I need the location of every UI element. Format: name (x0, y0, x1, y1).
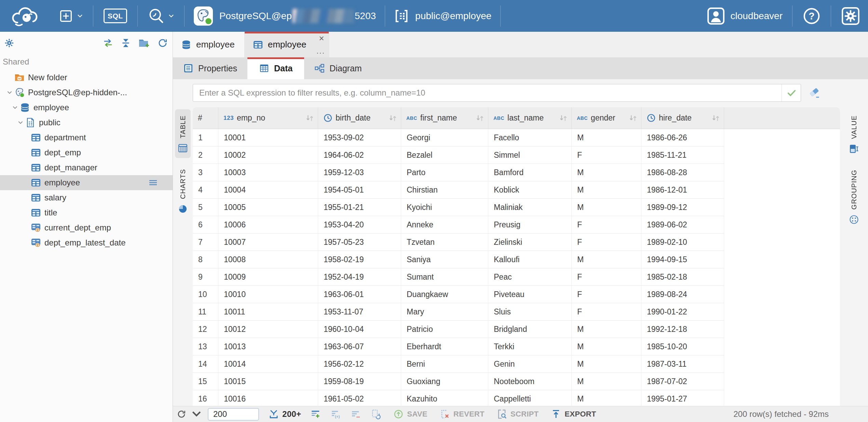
table-cell[interactable]: 1986-08-28 (641, 164, 724, 181)
table-cell[interactable]: Kalloufi (488, 251, 572, 268)
hamburger-icon[interactable] (148, 178, 158, 188)
table-cell[interactable]: 1985-02-18 (641, 268, 724, 286)
table-cell[interactable]: 1995-01-27 (641, 390, 724, 406)
table-cell[interactable]: 10009 (218, 268, 318, 286)
tree-item-current-dept-emp[interactable]: current_dept_emp (0, 220, 173, 235)
apply-changes-icon[interactable] (371, 409, 381, 419)
table-cell[interactable]: M (572, 390, 641, 406)
table-cell[interactable]: M (572, 321, 641, 338)
search-tools-button[interactable] (145, 6, 177, 26)
tree-expander-icon[interactable] (16, 119, 25, 126)
table-cell[interactable]: 1952-04-19 (318, 268, 401, 286)
tab-charts-presentation[interactable]: CHARTS (175, 163, 191, 219)
table-cell[interactable]: Anneke (401, 216, 488, 234)
table-cell[interactable]: 1956-02-12 (318, 355, 401, 373)
apply-filter-button[interactable] (782, 84, 801, 101)
close-tab-icon[interactable]: × (319, 34, 324, 43)
table-cell[interactable]: Eberhardt (401, 338, 488, 355)
tree-item-dept-emp[interactable]: dept_emp (0, 145, 173, 160)
duplicate-row-icon[interactable]: (+) (330, 409, 341, 419)
table-cell[interactable]: Patricio (401, 321, 488, 338)
table-cell[interactable]: 1963-06-07 (318, 338, 401, 355)
table-cell[interactable]: 10004 (218, 181, 318, 199)
tree-item-dept-manager[interactable]: dept_manager (0, 160, 173, 175)
clear-filter-eraser-icon[interactable] (809, 87, 821, 99)
table-cell[interactable]: 1994-09-15 (641, 251, 724, 268)
table-cell[interactable]: 10013 (218, 338, 318, 355)
table-cell[interactable]: 1959-08-19 (318, 373, 401, 390)
table-cell[interactable]: Simmel (488, 146, 572, 164)
table-cell[interactable]: M (572, 199, 641, 216)
table-cell[interactable]: 10014 (218, 355, 318, 373)
table-cell[interactable]: 1990-01-22 (641, 303, 724, 321)
tree-expander-icon[interactable] (10, 104, 20, 111)
table-cell[interactable]: Bamford (488, 164, 572, 181)
tab-value-panel[interactable]: VALUE (846, 109, 862, 159)
table-cell[interactable]: Parto (401, 164, 488, 181)
column-header-birth_date[interactable]: birth_date (318, 107, 401, 129)
fetch-size-input[interactable] (208, 408, 259, 421)
tree-item-postgresql-ep-hidden[interactable]: PostgreSQL@ep-hidden-... (0, 85, 173, 100)
table-cell[interactable]: Mary (401, 303, 488, 321)
table-cell[interactable]: 10011 (218, 303, 318, 321)
table-cell[interactable]: F (572, 146, 641, 164)
user-menu[interactable]: cloudbeaver (704, 6, 785, 26)
table-cell[interactable]: Sumant (401, 268, 488, 286)
tab-employee-table[interactable]: employee × ··· (245, 32, 329, 57)
table-cell[interactable]: 1964-06-02 (318, 146, 401, 164)
table-cell[interactable]: Sluis (488, 303, 572, 321)
tab-properties[interactable]: Properties (173, 57, 247, 79)
tab-grouping-panel[interactable]: GROUPING (846, 164, 862, 229)
new-folder-icon[interactable] (138, 38, 150, 48)
script-button[interactable]: SCRIPT (497, 409, 539, 419)
column-header-first_name[interactable]: ABCfirst_name (401, 107, 488, 129)
table-cell[interactable]: Peac (488, 268, 572, 286)
table-cell[interactable]: 1961-05-02 (318, 390, 401, 406)
table-cell[interactable]: Facello (488, 129, 572, 146)
table-cell[interactable]: M (572, 181, 641, 199)
table-cell[interactable]: Nooteboom (488, 373, 572, 390)
settings-button[interactable] (838, 5, 863, 27)
refresh-result-button[interactable] (176, 409, 202, 419)
table-cell[interactable]: Duangkaew (401, 286, 488, 303)
tab-employee-database[interactable]: employee (173, 32, 245, 57)
table-cell[interactable]: 10012 (218, 321, 318, 338)
table-cell[interactable]: Preusig (488, 216, 572, 234)
table-cell[interactable]: Maliniak (488, 199, 572, 216)
table-cell[interactable]: Bezalel (401, 146, 488, 164)
table-cell[interactable]: 10007 (218, 234, 318, 251)
table-cell[interactable]: 10006 (218, 216, 318, 234)
table-cell[interactable]: 1959-12-03 (318, 164, 401, 181)
table-cell[interactable]: M (572, 338, 641, 355)
table-cell[interactable]: 1953-04-20 (318, 216, 401, 234)
table-cell[interactable]: Tzvetan (401, 234, 488, 251)
table-cell[interactable]: Berni (401, 355, 488, 373)
table-cell[interactable]: 10001 (218, 129, 318, 146)
table-cell[interactable]: 10008 (218, 251, 318, 268)
table-cell[interactable]: 1985-11-21 (641, 146, 724, 164)
tree-item-employee[interactable]: employee (0, 100, 173, 115)
table-cell[interactable]: Piveteau (488, 286, 572, 303)
table-cell[interactable]: Zielinski (488, 234, 572, 251)
column-header-hire_date[interactable]: hire_date (641, 107, 724, 129)
sort-icon[interactable] (388, 114, 397, 122)
sql-filter-input[interactable] (193, 84, 782, 101)
table-cell[interactable]: Koblick (488, 181, 572, 199)
table-cell[interactable]: Genin (488, 355, 572, 373)
table-cell[interactable]: 1953-11-07 (318, 303, 401, 321)
table-cell[interactable]: Terkki (488, 338, 572, 355)
table-cell[interactable]: 10016 (218, 390, 318, 406)
tab-diagram[interactable]: Diagram (304, 57, 372, 79)
table-cell[interactable]: Chirstian (401, 181, 488, 199)
table-cell[interactable]: 1955-01-21 (318, 199, 401, 216)
tree-item-department[interactable]: department (0, 130, 173, 145)
table-cell[interactable]: 10015 (218, 373, 318, 390)
sidebar-settings-gear-icon[interactable] (4, 38, 14, 48)
column-header-gender[interactable]: ABCgender (572, 107, 641, 129)
fetch-next-page-button[interactable]: 200+ (269, 409, 301, 419)
table-cell[interactable]: F (572, 234, 641, 251)
table-cell[interactable]: 1987-03-11 (641, 355, 724, 373)
table-cell[interactable]: 10005 (218, 199, 318, 216)
refresh-tree-icon[interactable] (158, 38, 168, 48)
help-button[interactable]: ? (799, 5, 824, 27)
